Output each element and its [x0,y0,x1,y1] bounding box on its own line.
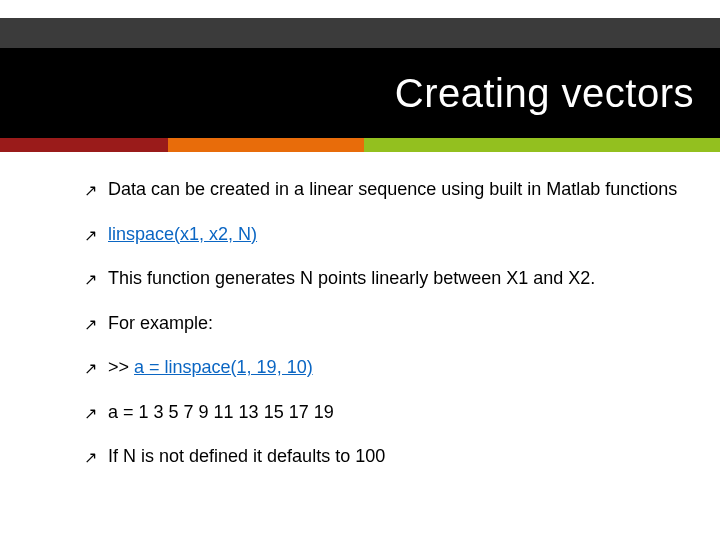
slide: Creating vectors ↗ Data can be created i… [0,0,720,540]
arrow-icon: ↗ [84,359,97,379]
list-item: ↗ >> a = linspace(1, 19, 10) [108,356,690,379]
accent-orange [168,138,364,152]
list-item: ↗ For example: [108,312,690,335]
decorative-gray-bar [0,18,720,48]
list-item: ↗ Data can be created in a linear sequen… [108,178,690,201]
accent-red [0,138,168,152]
arrow-icon: ↗ [84,448,97,468]
arrow-icon: ↗ [84,404,97,424]
page-title: Creating vectors [395,71,694,116]
arrow-icon: ↗ [84,226,97,246]
bullet-text: a = linspace(1, 19, 10) [134,357,313,377]
bullet-text: This function generates N points linearl… [108,268,595,288]
accent-green [364,138,720,152]
accent-strip [0,138,720,152]
arrow-icon: ↗ [84,181,97,201]
bullet-text: linspace(x1, x2, N) [108,224,257,244]
content-area: ↗ Data can be created in a linear sequen… [108,178,690,490]
bullet-text: Data can be created in a linear sequence… [108,179,677,199]
list-item: ↗ linspace(x1, x2, N) [108,223,690,246]
arrow-icon: ↗ [84,270,97,290]
bullet-prefix: >> [108,357,134,377]
list-item: ↗ a = 1 3 5 7 9 11 13 15 17 19 [108,401,690,424]
list-item: ↗ If N is not defined it defaults to 100 [108,445,690,468]
arrow-icon: ↗ [84,315,97,335]
title-bar: Creating vectors [0,48,720,138]
bullet-text: For example: [108,313,213,333]
list-item: ↗ This function generates N points linea… [108,267,690,290]
bullet-text: If N is not defined it defaults to 100 [108,446,385,466]
bullet-text: a = 1 3 5 7 9 11 13 15 17 19 [108,402,334,422]
